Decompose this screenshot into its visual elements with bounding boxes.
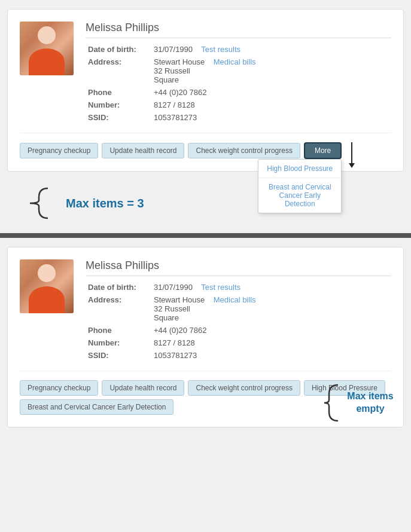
avatar-2 — [20, 259, 74, 313]
more-container: More High Blood Pressure Breast and Cerv… — [304, 142, 342, 159]
phone-row: Phone +44 (0)20 7862 — [86, 86, 391, 99]
address-value-2: Stewart House Medical bills 32 Russell S… — [151, 293, 391, 324]
breast-cervical-btn[interactable]: Breast and Cervical Cancer Early Detecti… — [20, 399, 173, 415]
arrow-line — [351, 142, 352, 163]
card-2: Melissa Phillips Date of birth: 31/07/19… — [7, 247, 404, 427]
address-row-2: Address: Stewart House Medical bills 32 … — [86, 293, 391, 324]
address-text: Stewart House — [154, 57, 205, 66]
dob-label-2: Date of birth: — [86, 281, 151, 293]
pregnancy-checkup-btn-2[interactable]: Pregnancy checkup — [20, 380, 98, 396]
brace-icon-1 — [18, 185, 54, 221]
breast-cervical-item[interactable]: Breast and Cervical Cancer Early Detecti… — [258, 178, 341, 213]
profile-section-2: Melissa Phillips Date of birth: 31/07/19… — [20, 259, 391, 362]
ssid-label: SSID: — [86, 111, 151, 124]
profile-name-1: Melissa Phillips — [86, 22, 391, 38]
info-table-1: Date of birth: 31/07/1990 Test results A… — [86, 43, 391, 124]
pregnancy-checkup-btn[interactable]: Pregnancy checkup — [20, 143, 98, 158]
avatar-1 — [20, 22, 74, 75]
phone-label-2: Phone — [86, 324, 151, 337]
profile-info-1: Melissa Phillips Date of birth: 31/07/19… — [86, 22, 391, 124]
phone-value: +44 (0)20 7862 — [151, 86, 391, 99]
phone-number-row-2: Number: 8127 / 8128 — [86, 337, 391, 349]
dob-text-2: 31/07/1990 — [154, 283, 193, 292]
address-value: Stewart House Medical bills 32 Russell S… — [151, 56, 391, 86]
divider-2 — [20, 371, 391, 371]
address-line3-2: Square — [154, 313, 179, 322]
annotation-1: Max items = 3 — [0, 181, 411, 230]
update-health-record-btn-1[interactable]: Update health record — [102, 143, 184, 158]
info-table-2: Date of birth: 31/07/1990 Test results A… — [86, 281, 391, 362]
dob-value: 31/07/1990 Test results — [151, 43, 391, 56]
phone-number-value-2: 8127 / 8128 — [151, 337, 391, 349]
profile-name-2: Melissa Phillips — [86, 259, 391, 276]
phone-value-2: +44 (0)20 7862 — [151, 324, 391, 337]
address-label-2: Address: — [86, 293, 151, 324]
dob-text: 31/07/1990 — [154, 45, 193, 54]
address-line2: 32 Russell — [154, 66, 190, 75]
check-weight-btn[interactable]: Check weight control progress — [188, 143, 300, 158]
phone-number-value: 8127 / 8128 — [151, 99, 391, 111]
ssid-value-2: 1053781273 — [151, 349, 391, 362]
phone-row-2: Phone +44 (0)20 7862 — [86, 324, 391, 337]
max-items-label: Max items = 3 — [66, 197, 144, 210]
ssid-value: 1053781273 — [151, 111, 391, 124]
dob-row-2: Date of birth: 31/07/1990 Test results — [86, 281, 391, 293]
address-label: Address: — [86, 56, 151, 86]
arrow-head — [349, 163, 355, 168]
high-blood-pressure-item[interactable]: High Blood Pressure — [258, 160, 341, 178]
profile-section-1: Melissa Phillips Date of birth: 31/07/19… — [20, 22, 391, 124]
phone-number-label: Number: — [86, 99, 151, 111]
ssid-row-2: SSID: 1053781273 — [86, 349, 391, 362]
max-items-empty-label: Max items empty — [343, 390, 397, 415]
more-dropdown: High Blood Pressure Breast and Cervical … — [258, 159, 342, 213]
test-results-link-2[interactable]: Test results — [201, 283, 240, 292]
annotation-2: Max items empty — [323, 382, 397, 424]
ssid-row: SSID: 1053781273 — [86, 111, 391, 124]
phone-number-row: Number: 8127 / 8128 — [86, 99, 391, 111]
actions-bottom: Pregnancy checkup Update health record C… — [20, 380, 391, 415]
address-line3: Square — [154, 75, 179, 84]
address-line2-2: 32 Russell — [154, 304, 190, 313]
more-button[interactable]: More — [304, 142, 342, 159]
check-weight-btn-2[interactable]: Check weight control progress — [188, 380, 300, 396]
update-health-record-btn-2[interactable]: Update health record — [102, 380, 184, 396]
dob-row: Date of birth: 31/07/1990 Test results — [86, 43, 391, 56]
separator — [0, 233, 411, 238]
medical-bills-link-1[interactable]: Medical bills — [214, 57, 256, 66]
card-1: Melissa Phillips Date of birth: 31/07/19… — [7, 9, 404, 172]
profile-info-2: Melissa Phillips Date of birth: 31/07/19… — [86, 259, 391, 362]
ssid-label-2: SSID: — [86, 349, 151, 362]
dob-value-2: 31/07/1990 Test results — [151, 281, 391, 293]
test-results-link-1[interactable]: Test results — [201, 45, 240, 54]
phone-number-label-2: Number: — [86, 337, 151, 349]
address-row: Address: Stewart House Medical bills 32 … — [86, 56, 391, 86]
brace-icon-2 — [323, 382, 341, 424]
arrow-indicator — [349, 142, 355, 168]
medical-bills-link-2[interactable]: Medical bills — [214, 295, 256, 304]
address-text-2: Stewart House — [154, 295, 205, 304]
divider-1 — [20, 133, 391, 133]
actions-row-1: Pregnancy checkup Update health record C… — [20, 142, 391, 159]
phone-label: Phone — [86, 86, 151, 99]
dob-label: Date of birth: — [86, 43, 151, 56]
